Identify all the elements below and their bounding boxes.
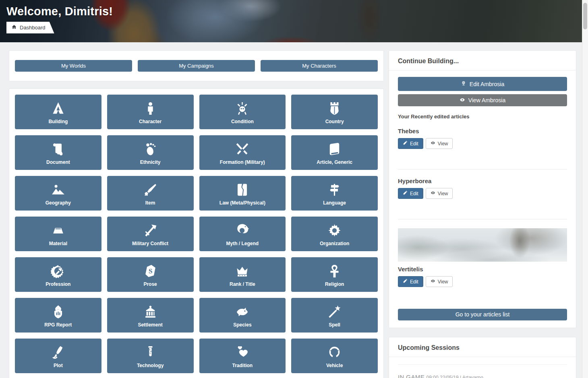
rpg-report-icon [51, 304, 66, 319]
vehicle-icon [327, 345, 342, 360]
my-campaigns-button[interactable]: My Campaigns [138, 60, 255, 72]
tile-language[interactable]: Language [291, 176, 378, 211]
article-view-button[interactable]: View [426, 138, 453, 149]
tile-law[interactable]: Law (Meta/Physical) [199, 176, 286, 211]
tile-plot[interactable]: Plot [15, 339, 101, 373]
page-content: My Worlds My Campaigns My Characters Bui… [0, 42, 588, 378]
tile-label: Condition [231, 119, 254, 124]
tile-label: Article, Generic [317, 159, 352, 165]
article-title: Thebes [398, 128, 567, 134]
welcome-heading: Welcome, Dimitris! [6, 5, 113, 18]
tile-label: Geography [46, 200, 71, 206]
geography-icon [51, 182, 66, 197]
edit-label: Edit [410, 191, 418, 196]
tile-article-generic[interactable]: Article, Generic [291, 135, 378, 170]
view-label: View [438, 191, 448, 196]
edit-world-button[interactable]: Edit Ambrosia [398, 77, 567, 91]
tile-material[interactable]: Material [15, 217, 101, 251]
my-worlds-button[interactable]: My Worlds [15, 60, 132, 72]
tile-ethnicity[interactable]: Ethnicity [107, 135, 194, 170]
tile-species[interactable]: Species [199, 298, 286, 333]
tile-document[interactable]: Document [15, 135, 101, 170]
tile-label: Item [145, 200, 155, 206]
article-title: Hyperborea [398, 178, 567, 184]
tile-profession[interactable]: Profession [15, 257, 101, 292]
tile-rpg-report[interactable]: RPG Report [15, 298, 101, 333]
my-characters-button[interactable]: My Characters [261, 60, 378, 72]
tile-label: Document [46, 159, 70, 165]
language-icon [327, 182, 342, 197]
tile-label: Settlement [138, 322, 162, 328]
recent-articles-heading: Your Recently edited articles [398, 114, 567, 120]
sidebar: Continue Building... Edit Ambrosia View … [389, 50, 576, 378]
tile-organization[interactable]: Organization [291, 217, 378, 251]
breadcrumb-label: Dashboard [20, 25, 46, 31]
plot-icon [51, 345, 66, 360]
eye-icon [431, 279, 435, 285]
scrollbar-thumb[interactable] [583, 3, 587, 29]
hero-banner: Welcome, Dimitris! Dashboard [0, 0, 582, 42]
prose-icon: S [143, 264, 158, 279]
tile-religion[interactable]: Religion [291, 257, 378, 292]
religion-icon [327, 264, 342, 279]
view-world-label: View Ambrosia [468, 97, 505, 103]
breadcrumb[interactable]: Dashboard [6, 22, 54, 33]
page-scrollbar[interactable] [582, 0, 588, 378]
eye-icon [460, 97, 465, 104]
country-icon [327, 101, 342, 116]
tile-geography[interactable]: Geography [15, 176, 101, 211]
tile-label: Religion [325, 281, 344, 287]
svg-text:S: S [149, 267, 152, 275]
material-icon [51, 223, 66, 238]
recent-article: HyperboreaEditView [398, 169, 567, 219]
article-type-grid: BuildingCharacterConditionCountryDocumen… [15, 95, 378, 373]
tile-formation-military[interactable]: Formation (Military) [199, 135, 286, 170]
spell-icon [327, 304, 342, 319]
eye-icon [431, 190, 435, 196]
profession-icon [51, 264, 66, 279]
view-world-button[interactable]: View Ambrosia [398, 94, 567, 106]
continue-building-card: Continue Building... Edit Ambrosia View … [389, 50, 576, 328]
tile-spell[interactable]: Spell [291, 298, 378, 333]
recent-article: VertitelisEditView [398, 219, 567, 290]
continue-building-title: Continue Building... [389, 51, 576, 70]
article-edit-button[interactable]: Edit [398, 138, 423, 149]
edit-label: Edit [410, 279, 418, 285]
article-view-button[interactable]: View [426, 276, 453, 287]
globe-icon [461, 81, 466, 87]
upcoming-sessions-title: Upcoming Sessions [389, 337, 576, 357]
military-conflict-icon [143, 223, 158, 238]
tile-label: Country [325, 119, 344, 124]
character-icon [143, 101, 158, 116]
tile-condition[interactable]: Condition [199, 95, 286, 129]
recent-article: ThebesEditView [398, 120, 567, 169]
articles-list-button[interactable]: Go to your articles list [398, 309, 567, 320]
article-edit-button[interactable]: Edit [398, 188, 423, 199]
quick-nav-card: My Worlds My Campaigns My Characters [9, 50, 384, 81]
technology-icon [143, 345, 158, 360]
tile-vehicle[interactable]: Vehicle [291, 339, 378, 373]
tile-military-conflict[interactable]: Military Conflict [107, 217, 194, 251]
condition-icon [235, 101, 250, 116]
tradition-icon [235, 345, 250, 360]
tile-myth-legend[interactable]: Myth / Legend [199, 217, 286, 251]
tile-rank-title[interactable]: Rank / Title [199, 257, 286, 292]
article-banner-image [398, 228, 567, 262]
tile-item[interactable]: Item [107, 176, 194, 211]
main-column: My Worlds My Campaigns My Characters Bui… [9, 50, 384, 378]
tile-character[interactable]: Character [107, 95, 194, 129]
tile-technology[interactable]: Technology [107, 339, 194, 373]
article-types-card: BuildingCharacterConditionCountryDocumen… [9, 89, 384, 378]
article-edit-button[interactable]: Edit [398, 276, 423, 287]
article-title: Vertitelis [398, 266, 567, 273]
article-view-button[interactable]: View [426, 188, 453, 199]
tile-settlement[interactable]: Settlement [107, 298, 194, 333]
tile-label: Character [139, 119, 161, 124]
tile-tradition[interactable]: Tradition [199, 339, 286, 373]
tile-label: Profession [46, 281, 70, 287]
tile-prose[interactable]: SProse [107, 257, 194, 292]
pencil-icon [403, 190, 408, 196]
tile-building[interactable]: Building [15, 95, 101, 129]
tile-country[interactable]: Country [291, 95, 378, 129]
tile-label: Law (Meta/Physical) [219, 200, 265, 206]
